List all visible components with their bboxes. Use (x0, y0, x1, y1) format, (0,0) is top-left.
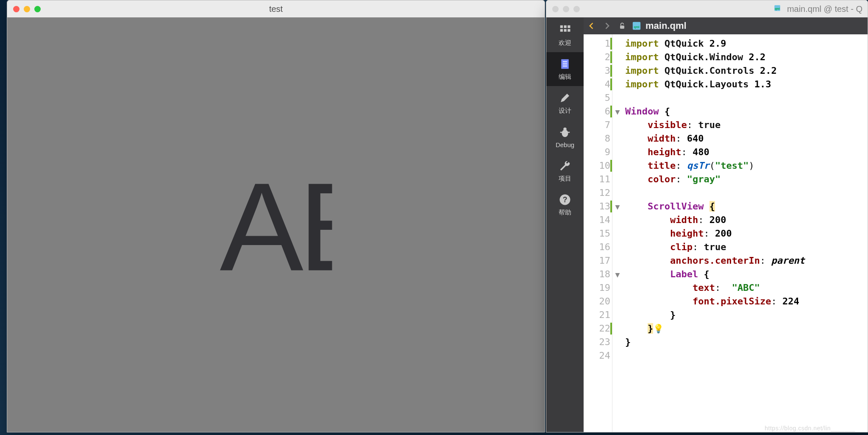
fold-toggle[interactable]: ▼ (612, 200, 623, 213)
help-icon: ? (559, 193, 571, 206)
svg-rect-10 (563, 63, 567, 64)
fold-toggle (612, 295, 623, 308)
svg-rect-7 (568, 29, 570, 31)
code-text[interactable]: import QtQuick 2.9 import QtQuick.Window… (623, 34, 868, 432)
watermark: https://blog.csdn.net/lin_______ (765, 425, 855, 432)
fold-toggle (612, 213, 623, 227)
ide-window-title: qml main.qml @ test - Q (773, 4, 862, 14)
fold-toggle (612, 227, 623, 240)
close-icon[interactable] (552, 6, 559, 12)
fold-toggle (612, 349, 623, 362)
qml-app-window: test ABC (7, 0, 545, 432)
fold-toggle[interactable]: ▼ (612, 268, 623, 281)
lock-icon[interactable] (617, 20, 628, 31)
mode-label: 编辑 (559, 73, 571, 81)
editor-area: qml main.qml 123456789101112131415161718… (584, 17, 868, 432)
svg-rect-3 (564, 25, 567, 28)
mode-label: 项目 (559, 175, 571, 183)
app-titlebar[interactable]: test (7, 0, 545, 17)
minimize-icon[interactable] (563, 6, 569, 12)
lightbulb-icon[interactable]: 💡 (653, 323, 664, 334)
nav-back-button[interactable] (586, 20, 597, 31)
fold-toggle (612, 159, 623, 173)
bug-icon (559, 126, 571, 139)
line-gutter: 123456789101112131415161718192021222324 (584, 34, 612, 432)
fold-toggle (612, 173, 623, 186)
fold-toggle (612, 64, 623, 78)
qt-creator-window: qml main.qml @ test - Q 欢迎 编辑 设计 (546, 0, 868, 432)
svg-rect-4 (568, 25, 570, 28)
svg-text:?: ? (563, 195, 568, 204)
fold-toggle (612, 240, 623, 254)
pathbar-file-name[interactable]: main.qml (645, 20, 687, 31)
zoom-icon[interactable] (34, 6, 41, 12)
zoom-icon[interactable] (573, 6, 580, 12)
svg-point-12 (562, 129, 568, 137)
fold-toggle (612, 281, 623, 295)
qml-file-icon: qml (773, 4, 781, 12)
qml-file-icon: qml (632, 21, 641, 31)
close-icon[interactable] (13, 6, 19, 12)
traffic-lights-inactive (552, 6, 580, 12)
svg-rect-9 (563, 61, 567, 62)
mode-bar: 欢迎 编辑 设计 Debug 项目 (546, 17, 584, 432)
fold-toggle (612, 254, 623, 268)
svg-rect-2 (560, 25, 563, 28)
mode-label: 帮助 (559, 209, 571, 217)
svg-point-13 (563, 127, 567, 131)
minimize-icon[interactable] (24, 6, 30, 12)
mode-label: 欢迎 (559, 39, 571, 47)
fold-toggle (612, 308, 623, 322)
fold-toggle (612, 335, 623, 349)
mode-welcome[interactable]: 欢迎 (546, 18, 584, 52)
mode-design[interactable]: 设计 (546, 86, 584, 120)
mode-projects[interactable]: 项目 (546, 154, 584, 188)
svg-rect-5 (560, 29, 563, 31)
nav-forward-button[interactable] (601, 20, 612, 31)
mode-edit[interactable]: 编辑 (546, 52, 584, 86)
traffic-lights (13, 6, 41, 12)
ide-window-title-text: main.qml @ test - Q (787, 4, 862, 14)
fold-toggle (612, 37, 623, 50)
path-bar: qml main.qml (584, 17, 868, 34)
mode-label: 设计 (559, 107, 571, 115)
fold-toggle (612, 78, 623, 91)
svg-text:qml: qml (634, 25, 639, 29)
svg-rect-18 (620, 25, 624, 28)
fold-toggle (612, 186, 623, 200)
pencil-icon (559, 92, 571, 104)
fold-toggle (612, 145, 623, 159)
mode-debug[interactable]: Debug (546, 120, 584, 154)
app-window-title: test (7, 4, 545, 14)
fold-toggle (612, 118, 623, 132)
big-label: ABC (220, 169, 332, 281)
document-icon (559, 58, 571, 70)
svg-text:qml: qml (775, 7, 780, 10)
ide-titlebar[interactable]: qml main.qml @ test - Q (546, 0, 868, 17)
svg-rect-6 (564, 29, 567, 31)
mode-help[interactable]: ? 帮助 (546, 188, 584, 222)
app-body: ABC (7, 17, 545, 432)
mode-label: Debug (556, 141, 574, 148)
fold-toggle (612, 322, 623, 335)
scrollview[interactable]: ABC (220, 169, 332, 281)
fold-toggle (612, 132, 623, 145)
code-editor[interactable]: 123456789101112131415161718192021222324 … (584, 34, 868, 432)
wrench-icon (559, 159, 571, 172)
fold-toggle[interactable]: ▼ (612, 105, 623, 118)
fold-toggle (612, 91, 623, 105)
fold-toggle (612, 50, 623, 64)
grid-icon (559, 24, 571, 36)
svg-rect-11 (563, 65, 567, 66)
fold-column: ▼▼▼ (612, 34, 623, 432)
